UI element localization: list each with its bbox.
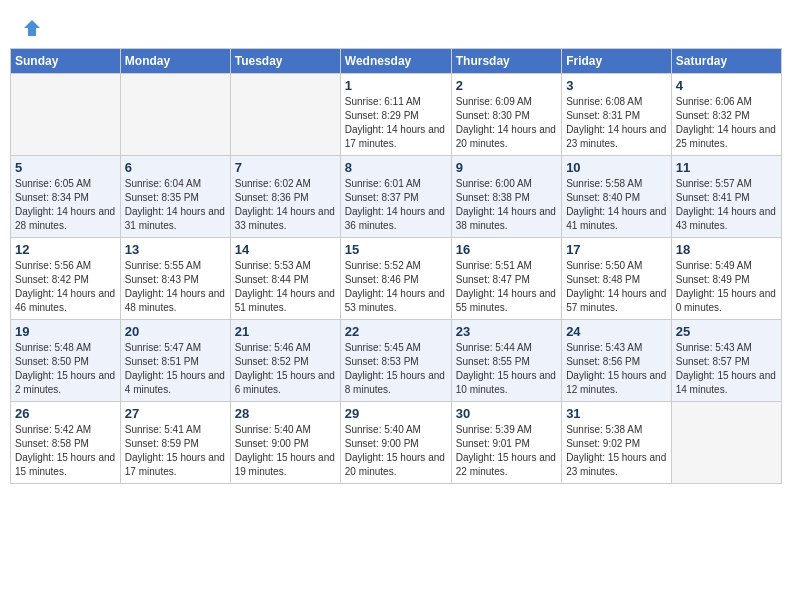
calendar-cell: 5Sunrise: 6:05 AMSunset: 8:34 PMDaylight…	[11, 156, 121, 238]
day-info: Sunrise: 5:48 AMSunset: 8:50 PMDaylight:…	[15, 341, 116, 397]
day-number: 26	[15, 406, 116, 421]
day-number: 12	[15, 242, 116, 257]
day-number: 1	[345, 78, 447, 93]
day-info: Sunrise: 5:49 AMSunset: 8:49 PMDaylight:…	[676, 259, 777, 315]
calendar-cell: 23Sunrise: 5:44 AMSunset: 8:55 PMDayligh…	[451, 320, 561, 402]
calendar-cell: 24Sunrise: 5:43 AMSunset: 8:56 PMDayligh…	[562, 320, 672, 402]
calendar-cell: 9Sunrise: 6:00 AMSunset: 8:38 PMDaylight…	[451, 156, 561, 238]
calendar-cell	[11, 74, 121, 156]
header-wednesday: Wednesday	[340, 49, 451, 74]
day-number: 25	[676, 324, 777, 339]
day-info: Sunrise: 6:06 AMSunset: 8:32 PMDaylight:…	[676, 95, 777, 151]
calendar-cell: 29Sunrise: 5:40 AMSunset: 9:00 PMDayligh…	[340, 402, 451, 484]
day-number: 11	[676, 160, 777, 175]
day-number: 31	[566, 406, 667, 421]
calendar-cell	[230, 74, 340, 156]
day-info: Sunrise: 5:43 AMSunset: 8:57 PMDaylight:…	[676, 341, 777, 397]
calendar-cell: 25Sunrise: 5:43 AMSunset: 8:57 PMDayligh…	[671, 320, 781, 402]
day-number: 8	[345, 160, 447, 175]
day-info: Sunrise: 5:40 AMSunset: 9:00 PMDaylight:…	[235, 423, 336, 479]
calendar-cell	[671, 402, 781, 484]
logo	[20, 18, 42, 38]
calendar-cell: 14Sunrise: 5:53 AMSunset: 8:44 PMDayligh…	[230, 238, 340, 320]
day-info: Sunrise: 5:44 AMSunset: 8:55 PMDaylight:…	[456, 341, 557, 397]
day-number: 24	[566, 324, 667, 339]
day-info: Sunrise: 5:53 AMSunset: 8:44 PMDaylight:…	[235, 259, 336, 315]
day-info: Sunrise: 5:55 AMSunset: 8:43 PMDaylight:…	[125, 259, 226, 315]
day-info: Sunrise: 6:02 AMSunset: 8:36 PMDaylight:…	[235, 177, 336, 233]
day-info: Sunrise: 5:47 AMSunset: 8:51 PMDaylight:…	[125, 341, 226, 397]
day-info: Sunrise: 5:38 AMSunset: 9:02 PMDaylight:…	[566, 423, 667, 479]
calendar-cell: 7Sunrise: 6:02 AMSunset: 8:36 PMDaylight…	[230, 156, 340, 238]
day-number: 10	[566, 160, 667, 175]
calendar-table: SundayMondayTuesdayWednesdayThursdayFrid…	[10, 48, 782, 484]
day-number: 20	[125, 324, 226, 339]
day-info: Sunrise: 5:52 AMSunset: 8:46 PMDaylight:…	[345, 259, 447, 315]
day-info: Sunrise: 5:50 AMSunset: 8:48 PMDaylight:…	[566, 259, 667, 315]
header-sunday: Sunday	[11, 49, 121, 74]
calendar-cell: 8Sunrise: 6:01 AMSunset: 8:37 PMDaylight…	[340, 156, 451, 238]
day-number: 19	[15, 324, 116, 339]
day-number: 23	[456, 324, 557, 339]
header-monday: Monday	[120, 49, 230, 74]
calendar-cell: 11Sunrise: 5:57 AMSunset: 8:41 PMDayligh…	[671, 156, 781, 238]
day-number: 21	[235, 324, 336, 339]
header-thursday: Thursday	[451, 49, 561, 74]
day-info: Sunrise: 5:43 AMSunset: 8:56 PMDaylight:…	[566, 341, 667, 397]
header-saturday: Saturday	[671, 49, 781, 74]
calendar-cell: 26Sunrise: 5:42 AMSunset: 8:58 PMDayligh…	[11, 402, 121, 484]
day-number: 30	[456, 406, 557, 421]
day-info: Sunrise: 5:42 AMSunset: 8:58 PMDaylight:…	[15, 423, 116, 479]
header-friday: Friday	[562, 49, 672, 74]
day-info: Sunrise: 5:40 AMSunset: 9:00 PMDaylight:…	[345, 423, 447, 479]
calendar-cell: 2Sunrise: 6:09 AMSunset: 8:30 PMDaylight…	[451, 74, 561, 156]
calendar-cell: 18Sunrise: 5:49 AMSunset: 8:49 PMDayligh…	[671, 238, 781, 320]
logo-icon	[22, 18, 42, 38]
day-info: Sunrise: 5:56 AMSunset: 8:42 PMDaylight:…	[15, 259, 116, 315]
day-number: 6	[125, 160, 226, 175]
calendar-header-row: SundayMondayTuesdayWednesdayThursdayFrid…	[11, 49, 782, 74]
day-info: Sunrise: 5:41 AMSunset: 8:59 PMDaylight:…	[125, 423, 226, 479]
calendar-cell: 28Sunrise: 5:40 AMSunset: 9:00 PMDayligh…	[230, 402, 340, 484]
calendar-cell: 15Sunrise: 5:52 AMSunset: 8:46 PMDayligh…	[340, 238, 451, 320]
page-header	[10, 10, 782, 42]
day-number: 7	[235, 160, 336, 175]
calendar-cell: 6Sunrise: 6:04 AMSunset: 8:35 PMDaylight…	[120, 156, 230, 238]
day-number: 5	[15, 160, 116, 175]
day-info: Sunrise: 6:11 AMSunset: 8:29 PMDaylight:…	[345, 95, 447, 151]
day-number: 17	[566, 242, 667, 257]
day-info: Sunrise: 5:39 AMSunset: 9:01 PMDaylight:…	[456, 423, 557, 479]
day-number: 3	[566, 78, 667, 93]
day-info: Sunrise: 6:04 AMSunset: 8:35 PMDaylight:…	[125, 177, 226, 233]
calendar-cell: 20Sunrise: 5:47 AMSunset: 8:51 PMDayligh…	[120, 320, 230, 402]
calendar-cell: 30Sunrise: 5:39 AMSunset: 9:01 PMDayligh…	[451, 402, 561, 484]
day-number: 28	[235, 406, 336, 421]
day-info: Sunrise: 5:51 AMSunset: 8:47 PMDaylight:…	[456, 259, 557, 315]
calendar-cell: 27Sunrise: 5:41 AMSunset: 8:59 PMDayligh…	[120, 402, 230, 484]
day-number: 13	[125, 242, 226, 257]
day-number: 9	[456, 160, 557, 175]
calendar-cell	[120, 74, 230, 156]
calendar-cell: 31Sunrise: 5:38 AMSunset: 9:02 PMDayligh…	[562, 402, 672, 484]
day-number: 29	[345, 406, 447, 421]
day-number: 15	[345, 242, 447, 257]
week-row-2: 5Sunrise: 6:05 AMSunset: 8:34 PMDaylight…	[11, 156, 782, 238]
week-row-5: 26Sunrise: 5:42 AMSunset: 8:58 PMDayligh…	[11, 402, 782, 484]
day-number: 18	[676, 242, 777, 257]
week-row-3: 12Sunrise: 5:56 AMSunset: 8:42 PMDayligh…	[11, 238, 782, 320]
calendar-cell: 17Sunrise: 5:50 AMSunset: 8:48 PMDayligh…	[562, 238, 672, 320]
calendar-cell: 13Sunrise: 5:55 AMSunset: 8:43 PMDayligh…	[120, 238, 230, 320]
calendar-cell: 12Sunrise: 5:56 AMSunset: 8:42 PMDayligh…	[11, 238, 121, 320]
day-info: Sunrise: 6:09 AMSunset: 8:30 PMDaylight:…	[456, 95, 557, 151]
day-number: 16	[456, 242, 557, 257]
day-number: 22	[345, 324, 447, 339]
day-info: Sunrise: 5:58 AMSunset: 8:40 PMDaylight:…	[566, 177, 667, 233]
day-info: Sunrise: 5:46 AMSunset: 8:52 PMDaylight:…	[235, 341, 336, 397]
day-number: 27	[125, 406, 226, 421]
day-number: 2	[456, 78, 557, 93]
week-row-1: 1Sunrise: 6:11 AMSunset: 8:29 PMDaylight…	[11, 74, 782, 156]
week-row-4: 19Sunrise: 5:48 AMSunset: 8:50 PMDayligh…	[11, 320, 782, 402]
calendar-cell: 21Sunrise: 5:46 AMSunset: 8:52 PMDayligh…	[230, 320, 340, 402]
day-info: Sunrise: 5:45 AMSunset: 8:53 PMDaylight:…	[345, 341, 447, 397]
svg-marker-0	[24, 20, 40, 36]
